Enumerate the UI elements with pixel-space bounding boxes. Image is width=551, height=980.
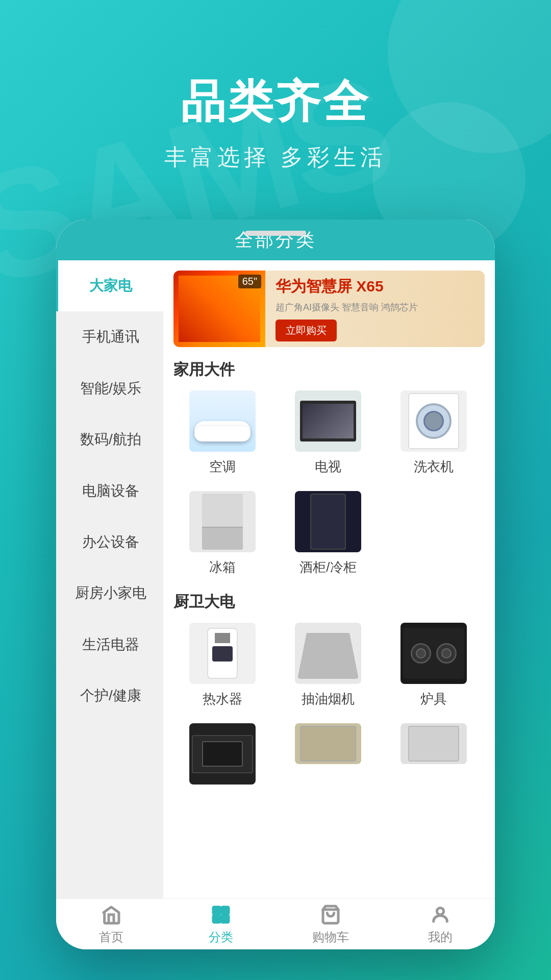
product-item-wine[interactable]: 酒柜/冷柜	[279, 491, 377, 576]
oven-window	[202, 741, 243, 767]
bottom-navigation: 首页 分类	[56, 898, 495, 949]
product-label-fridge: 冰箱	[209, 558, 236, 576]
product-item-washer[interactable]: 洗衣机	[385, 390, 483, 476]
banner-tv-screen	[179, 276, 260, 342]
svg-rect-2	[213, 915, 220, 922]
product-label-stove: 炉具	[420, 690, 447, 708]
product-item-placeholder	[385, 491, 483, 576]
product-image-oven	[189, 723, 256, 785]
banner-subtitle: 超广角AI摄像头 智慧音响 鸿鹄芯片	[276, 301, 474, 313]
nav-label-category: 分类	[209, 929, 233, 945]
wh-top	[215, 633, 230, 643]
product-item-ac[interactable]: 空调	[173, 390, 271, 476]
main-content: 大家电 手机通讯 智能/娱乐 数码/航拍 电脑设备 办公设备 厨	[56, 260, 495, 898]
svg-point-5	[437, 908, 443, 914]
cart-icon	[319, 903, 342, 926]
user-icon	[429, 903, 452, 926]
product-image-tv	[295, 390, 361, 452]
sidebar-item-2[interactable]: 智能/娱乐	[56, 363, 163, 414]
banner-title: 华为智慧屏 X65	[276, 276, 474, 297]
product-grid-0: 空调 电视	[173, 390, 485, 476]
phone-speaker	[245, 231, 306, 236]
wine-body	[310, 494, 346, 550]
product-image-wine	[295, 491, 361, 552]
product-label-water-heater: 热水器	[203, 690, 242, 708]
sidebar-item-8[interactable]: 个护/健康	[56, 670, 163, 721]
svg-rect-3	[221, 915, 228, 922]
microwave-body	[300, 726, 356, 762]
banner-button[interactable]: 立即购买	[276, 320, 337, 341]
product-grid-2: 热水器 抽油烟机	[173, 623, 485, 708]
sidebar-item-6[interactable]: 厨房小家电	[56, 568, 163, 619]
nav-item-home[interactable]: 首页	[56, 903, 166, 945]
nav-item-cart[interactable]: 购物车	[276, 903, 385, 945]
product-label-wine: 酒柜/冷柜	[299, 558, 356, 576]
ac-unit	[194, 421, 251, 442]
svg-rect-1	[221, 907, 228, 914]
product-label-tv: 电视	[315, 458, 341, 476]
product-item-dishwasher[interactable]	[385, 723, 483, 791]
product-label-ac: 空调	[209, 458, 236, 476]
fridge-top	[202, 494, 243, 528]
washer-drum	[416, 403, 452, 439]
product-label-hood: 抽油烟机	[302, 690, 355, 708]
product-image-washer	[400, 390, 467, 452]
sidebar-item-4[interactable]: 电脑设备	[56, 465, 163, 517]
phone-frame: 全部分类 大家电 手机通讯 智能/娱乐 数码/航拍 电脑设备	[56, 219, 495, 949]
dishwasher-body	[408, 726, 459, 762]
sidebar-item-3[interactable]: 数码/航拍	[56, 414, 163, 465]
tv-screen	[303, 404, 354, 438]
svg-rect-0	[213, 907, 220, 914]
product-content: 华为智慧屏 X65 超广角AI摄像头 智慧音响 鸿鹄芯片 立即购买 家用大件 空…	[163, 260, 495, 898]
product-image-dishwasher	[400, 723, 467, 764]
product-item-microwave[interactable]	[279, 723, 377, 791]
nav-label-home: 首页	[99, 929, 123, 945]
burner-right	[436, 643, 457, 664]
grid-icon	[210, 903, 232, 926]
sidebar-item-7[interactable]: 生活电器	[56, 619, 163, 670]
header-title: 品类齐全	[0, 71, 551, 132]
sidebar-item-1[interactable]: 手机通讯	[56, 311, 163, 362]
product-image-microwave	[295, 723, 361, 764]
product-grid-3	[173, 723, 485, 791]
category-sidebar: 大家电 手机通讯 智能/娱乐 数码/航拍 电脑设备 办公设备 厨	[56, 260, 163, 898]
hood-shape	[297, 633, 359, 679]
nav-label-profile: 我的	[428, 929, 453, 945]
product-image-stove	[400, 623, 467, 684]
oven-body	[192, 735, 253, 773]
nav-label-cart: 购物车	[312, 929, 349, 945]
sidebar-item-0[interactable]: 大家电	[56, 260, 163, 311]
nav-item-category[interactable]: 分类	[166, 903, 276, 945]
product-grid-1: 冰箱 酒柜/冷柜	[173, 491, 485, 576]
top-bar: 全部分类	[56, 219, 495, 260]
product-image-ac	[189, 390, 256, 452]
washer-inner	[423, 411, 444, 431]
banner-ad[interactable]: 华为智慧屏 X65 超广角AI摄像头 智慧音响 鸿鹄芯片 立即购买	[173, 271, 485, 347]
product-item-tv[interactable]: 电视	[279, 390, 377, 476]
wh-display	[212, 646, 233, 662]
header-subtitle: 丰富选择 多彩生活	[0, 142, 551, 173]
product-item-water-heater[interactable]: 热水器	[173, 623, 271, 708]
fridge-body	[202, 494, 243, 550]
washer-body	[408, 393, 459, 449]
header-section: 品类齐全 丰富选择 多彩生活	[0, 0, 551, 173]
tv-body	[300, 401, 356, 442]
stove-body	[403, 628, 464, 679]
wh-body	[207, 628, 238, 679]
section-title-0: 家用大件	[173, 359, 485, 380]
burner-left	[411, 643, 431, 664]
product-label-washer: 洗衣机	[414, 458, 454, 476]
banner-text: 华为智慧屏 X65 超广角AI摄像头 智慧音响 鸿鹄芯片 立即购买	[265, 271, 485, 347]
nav-item-profile[interactable]: 我的	[385, 903, 495, 945]
product-item-stove[interactable]: 炉具	[385, 623, 483, 708]
product-image-hood	[295, 623, 361, 684]
product-image-water-heater	[189, 623, 256, 684]
app-content: 全部分类 大家电 手机通讯 智能/娱乐 数码/航拍 电脑设备	[56, 219, 495, 949]
product-item-fridge[interactable]: 冰箱	[173, 491, 271, 576]
product-item-oven[interactable]	[173, 723, 271, 791]
product-item-hood[interactable]: 抽油烟机	[279, 623, 377, 708]
product-image-fridge	[189, 491, 256, 552]
fridge-bottom	[202, 528, 243, 550]
banner-tv-image	[173, 271, 265, 347]
sidebar-item-5[interactable]: 办公设备	[56, 517, 163, 568]
